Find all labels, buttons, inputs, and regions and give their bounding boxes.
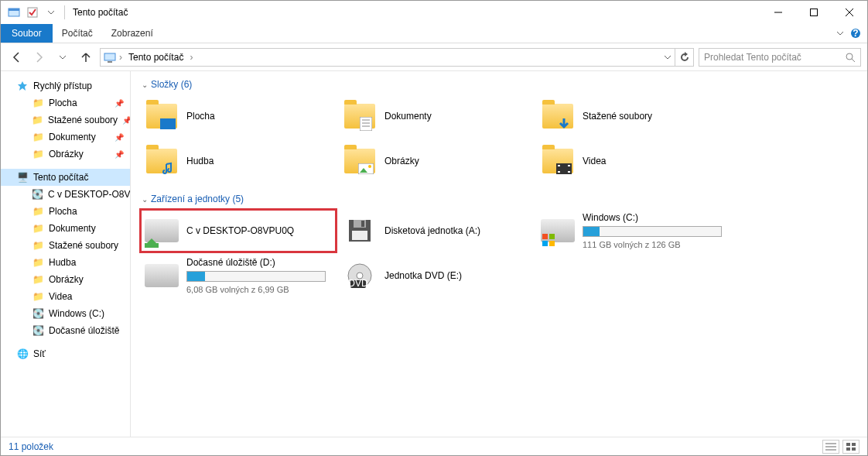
sidebar-item-docasne[interactable]: 💽Dočasné úložiště — [1, 322, 130, 339]
videos-folder-icon — [541, 144, 575, 178]
breadcrumb-root[interactable]: Tento počítač — [125, 52, 186, 63]
sidebar-item-stazene[interactable]: 📁Stažené soubory📌 — [1, 111, 130, 129]
drive-icon: 💽 — [32, 188, 43, 201]
folder-hudba[interactable]: Hudba — [142, 141, 335, 181]
svg-rect-45 — [846, 447, 850, 451]
sidebar-item-plocha2[interactable]: 📁Plocha — [1, 203, 130, 220]
sidebar-item-this-pc[interactable]: 🖥️Tento počítač — [1, 169, 130, 186]
svg-rect-46 — [852, 447, 856, 451]
window-title: Tento počítač — [73, 7, 128, 18]
ribbon-expand-icon[interactable] — [836, 29, 844, 37]
minimize-button[interactable] — [760, 1, 796, 24]
status-bar: 11 položek — [1, 437, 867, 455]
desktop-folder-icon — [145, 99, 179, 133]
chevron-right-icon[interactable]: › — [119, 52, 122, 63]
close-button[interactable] — [832, 1, 867, 24]
back-button[interactable] — [7, 48, 26, 67]
svg-rect-44 — [852, 443, 856, 446]
chevron-right-icon[interactable]: › — [190, 52, 193, 63]
group-header-devices[interactable]: ⌄ Zařízení a jednotky (5) — [142, 194, 856, 204]
title-bar: Tento počítač — [1, 1, 867, 24]
windows-drive-icon — [541, 214, 575, 248]
navigation-pane: Rychlý přístup 📁Plocha📌 📁Stažené soubory… — [1, 71, 131, 437]
maximize-button[interactable] — [796, 1, 832, 24]
sidebar-item-obrazky2[interactable]: 📁Obrázky — [1, 271, 130, 288]
pictures-folder-icon — [343, 144, 377, 178]
forward-button[interactable] — [30, 48, 49, 67]
folder-icon: 📁 — [32, 131, 44, 143]
svg-point-11 — [846, 53, 853, 60]
pin-icon: 📌 — [114, 133, 124, 142]
dvd-icon: DVD — [343, 259, 377, 293]
downloads-folder-icon — [541, 99, 575, 133]
view-details-button[interactable] — [822, 440, 839, 454]
menu-zobrazeni[interactable]: Zobrazení — [102, 24, 162, 43]
menu-pocitac[interactable]: Počítač — [53, 24, 102, 43]
refresh-button[interactable] — [675, 48, 694, 67]
status-text: 11 položek — [9, 441, 53, 452]
sidebar-item-cvdesk[interactable]: 💽C v DESKTOP-O8VP — [1, 186, 130, 203]
svg-rect-32 — [542, 234, 548, 239]
svg-rect-14 — [160, 118, 176, 129]
view-icons-button[interactable] — [842, 440, 859, 454]
search-input[interactable]: Prohledat Tento počítač — [699, 48, 861, 67]
folder-icon: 📁 — [32, 148, 44, 160]
folder-icon: 📁 — [32, 239, 44, 252]
device-cvdesk[interactable]: C v DESKTOP-O8VPU0Q — [142, 211, 335, 251]
sidebar-item-stazene2[interactable]: 📁Stažené soubory — [1, 237, 130, 254]
sidebar-item-windowsc[interactable]: 💽Windows (C:) — [1, 305, 130, 322]
group-header-folders[interactable]: ⌄ Složky (6) — [142, 79, 856, 90]
svg-rect-43 — [846, 443, 850, 446]
breadcrumb[interactable]: › Tento počítač › — [100, 48, 675, 67]
menu-soubor[interactable]: Soubor — [1, 24, 53, 43]
svg-rect-25 — [568, 165, 570, 166]
search-icon — [845, 52, 856, 63]
help-icon[interactable]: ? — [850, 28, 861, 39]
folder-videa[interactable]: Videa — [538, 141, 731, 181]
device-docasne[interactable]: Dočasné úložiště (D:) 6,08 GB volných z … — [142, 255, 335, 296]
chevron-down-icon: ⌄ — [142, 195, 148, 204]
folder-plocha[interactable]: Plocha — [142, 96, 335, 136]
app-icon — [5, 4, 22, 21]
sidebar-item-quick-access[interactable]: Rychlý přístup — [1, 77, 130, 94]
sidebar-item-dokumenty[interactable]: 📁Dokumenty📌 — [1, 129, 130, 146]
device-dvd[interactable]: DVD Jednotka DVD (E:) — [340, 255, 533, 296]
folder-obrazky[interactable]: Obrázky — [340, 141, 533, 181]
pc-icon — [104, 51, 116, 63]
sidebar-item-videa[interactable]: 📁Videa — [1, 288, 130, 305]
music-folder-icon — [145, 144, 179, 178]
svg-rect-9 — [104, 53, 115, 60]
svg-text:DVD: DVD — [348, 278, 368, 289]
search-placeholder: Prohledat Tento počítač — [704, 52, 801, 63]
star-icon — [16, 80, 29, 92]
svg-line-12 — [852, 59, 855, 62]
network-icon: 🌐 — [16, 348, 29, 360]
qat-dropdown-icon[interactable] — [43, 4, 60, 21]
device-windowsc[interactable]: Windows (C:) 111 GB volných z 126 GB — [538, 211, 731, 251]
up-button[interactable] — [77, 48, 95, 67]
documents-folder-icon — [343, 99, 377, 133]
floppy-icon — [343, 214, 377, 248]
breadcrumb-dropdown-icon[interactable] — [664, 53, 672, 61]
folder-icon: 📁 — [32, 114, 43, 126]
device-floppy[interactable]: Disketová jednotka (A:) — [340, 211, 533, 251]
sidebar-item-network[interactable]: 🌐Síť — [1, 345, 130, 362]
recent-dropdown-icon[interactable] — [53, 48, 72, 67]
svg-marker-13 — [18, 81, 27, 91]
qat-properties-icon[interactable] — [24, 4, 41, 21]
content-pane: ⌄ Složky (6) Plocha Dokumenty Stažené so… — [131, 71, 867, 437]
svg-rect-26 — [568, 171, 570, 173]
sidebar-item-obrazky[interactable]: 📁Obrázky📌 — [1, 146, 130, 163]
folder-dokumenty[interactable]: Dokumenty — [340, 96, 533, 136]
sidebar-item-hudba[interactable]: 📁Hudba — [1, 254, 130, 271]
storage-bar — [186, 271, 326, 282]
svg-rect-10 — [108, 61, 112, 63]
sidebar-item-dokumenty2[interactable]: 📁Dokumenty — [1, 220, 130, 237]
sidebar-item-plocha[interactable]: 📁Plocha📌 — [1, 94, 130, 111]
folder-stazene[interactable]: Stažené soubory — [538, 96, 731, 136]
svg-rect-23 — [558, 165, 560, 166]
network-drive-icon — [145, 214, 179, 248]
pin-icon: 📌 — [114, 150, 124, 159]
folder-icon: 📁 — [32, 97, 44, 109]
svg-rect-4 — [811, 9, 818, 16]
